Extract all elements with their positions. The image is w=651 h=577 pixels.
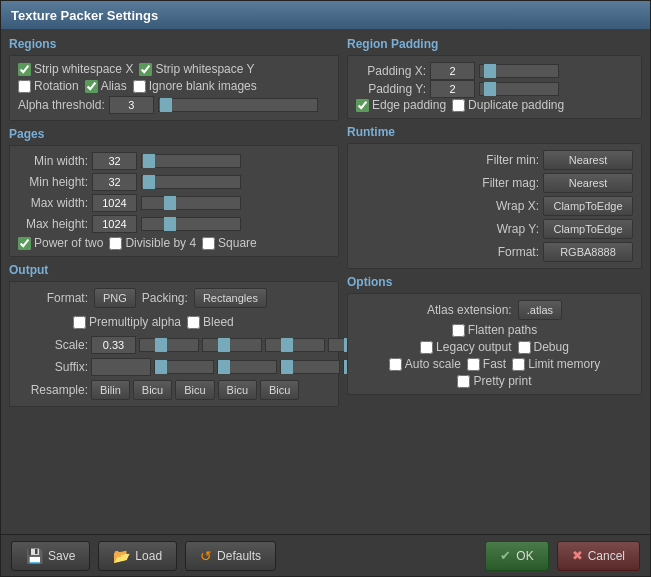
ok-button[interactable]: ✔ OK [485, 541, 548, 571]
pages-title: Pages [9, 127, 339, 141]
suffix-slider1[interactable] [154, 360, 214, 374]
debug-label[interactable]: Debug [518, 340, 569, 354]
legacy-output-checkbox[interactable] [420, 341, 433, 354]
fast-label[interactable]: Fast [467, 357, 506, 371]
output-options-row: Premultiply alpha Bleed [18, 315, 330, 329]
packing-button[interactable]: Rectangles [194, 288, 267, 308]
square-checkbox[interactable] [202, 237, 215, 250]
strip-y-label[interactable]: Strip whitespace Y [139, 62, 254, 76]
cancel-button[interactable]: ✖ Cancel [557, 541, 640, 571]
filter-min-button[interactable]: Nearest [543, 150, 633, 170]
edge-padding-checkbox[interactable] [356, 99, 369, 112]
flatten-paths-checkbox[interactable] [452, 324, 465, 337]
wrap-y-button[interactable]: ClampToEdge [543, 219, 633, 239]
defaults-button[interactable]: ↺ Defaults [185, 541, 276, 571]
ignore-blank-checkbox[interactable] [133, 80, 146, 93]
resample-btn-4[interactable]: Bicu [260, 380, 299, 400]
alias-label[interactable]: Alias [85, 79, 127, 93]
min-width-row: Min width: [18, 152, 330, 170]
scale-row: Scale: [18, 336, 330, 354]
square-label[interactable]: Square [202, 236, 257, 250]
legacy-debug-row: Legacy output Debug [356, 340, 633, 354]
ignore-blank-label[interactable]: Ignore blank images [133, 79, 257, 93]
format-runtime-label: Format: [498, 245, 539, 259]
padding-x-input[interactable] [430, 62, 475, 80]
pretty-print-checkbox[interactable] [457, 375, 470, 388]
alpha-input[interactable] [109, 96, 154, 114]
wrap-x-button[interactable]: ClampToEdge [543, 196, 633, 216]
flatten-paths-label[interactable]: Flatten paths [452, 323, 537, 337]
min-width-input[interactable] [92, 152, 137, 170]
strip-x-checkbox[interactable] [18, 63, 31, 76]
divisible-by-4-checkbox[interactable] [109, 237, 122, 250]
scale-input[interactable] [91, 336, 136, 354]
legacy-output-label[interactable]: Legacy output [420, 340, 511, 354]
rotation-checkbox[interactable] [18, 80, 31, 93]
power-of-two-checkbox[interactable] [18, 237, 31, 250]
min-width-slider[interactable] [141, 154, 241, 168]
auto-scale-checkbox[interactable] [389, 358, 402, 371]
duplicate-padding-label[interactable]: Duplicate padding [452, 98, 564, 112]
padding-x-label: Padding X: [356, 64, 426, 78]
limit-memory-checkbox[interactable] [512, 358, 525, 371]
padding-x-slider[interactable] [479, 64, 559, 78]
auto-scale-label[interactable]: Auto scale [389, 357, 461, 371]
premultiply-label[interactable]: Premultiply alpha [73, 315, 181, 329]
limit-memory-label[interactable]: Limit memory [512, 357, 600, 371]
rotation-label[interactable]: Rotation [18, 79, 79, 93]
resample-row: Resample: Bilin Bicu Bicu Bicu Bicu [18, 380, 330, 400]
padding-y-input[interactable] [430, 80, 475, 98]
min-height-input[interactable] [92, 173, 137, 191]
divisible-by-4-label[interactable]: Divisible by 4 [109, 236, 196, 250]
pages-section: Pages Min width: Min height: Max width: [9, 127, 339, 257]
max-height-input[interactable] [92, 215, 137, 233]
min-height-slider[interactable] [141, 175, 241, 189]
max-width-slider[interactable] [141, 196, 241, 210]
window-title: Texture Packer Settings [11, 8, 158, 23]
regions-content: Strip whitespace X Strip whitespace Y Ro… [9, 55, 339, 121]
alias-checkbox[interactable] [85, 80, 98, 93]
resample-btn-2[interactable]: Bicu [175, 380, 214, 400]
suffix-slider2[interactable] [217, 360, 277, 374]
strip-y-checkbox[interactable] [139, 63, 152, 76]
scale-slider2[interactable] [202, 338, 262, 352]
suffix-input[interactable] [91, 358, 151, 376]
resample-label: Resample: [18, 383, 88, 397]
fast-checkbox[interactable] [467, 358, 480, 371]
format-label: Format: [18, 291, 88, 305]
atlas-ext-button[interactable]: .atlas [518, 300, 562, 320]
save-button[interactable]: 💾 Save [11, 541, 90, 571]
wrap-x-label: Wrap X: [496, 199, 539, 213]
regions-section: Regions Strip whitespace X Strip whitesp… [9, 37, 339, 121]
padding-y-slider[interactable] [479, 82, 559, 96]
bleed-label[interactable]: Bleed [187, 315, 234, 329]
format-runtime-button[interactable]: RGBA8888 [543, 242, 633, 262]
max-height-slider[interactable] [141, 217, 241, 231]
debug-checkbox[interactable] [518, 341, 531, 354]
premultiply-checkbox[interactable] [73, 316, 86, 329]
suffix-slider3[interactable] [280, 360, 340, 374]
atlas-row: Atlas extension: .atlas [356, 300, 633, 320]
alpha-slider[interactable] [158, 98, 318, 112]
max-width-input[interactable] [92, 194, 137, 212]
title-bar: Texture Packer Settings [1, 1, 650, 29]
content-area: Regions Strip whitespace X Strip whitesp… [1, 29, 650, 534]
resample-btn-3[interactable]: Bicu [218, 380, 257, 400]
bleed-checkbox[interactable] [187, 316, 200, 329]
filter-mag-button[interactable]: Nearest [543, 173, 633, 193]
pretty-print-label[interactable]: Pretty print [457, 374, 531, 388]
region-padding-section: Region Padding Padding X: Padding Y: [347, 37, 642, 119]
load-button[interactable]: 📂 Load [98, 541, 177, 571]
format-button[interactable]: PNG [94, 288, 136, 308]
power-of-two-label[interactable]: Power of two [18, 236, 103, 250]
packing-label: Packing: [142, 291, 188, 305]
duplicate-padding-checkbox[interactable] [452, 99, 465, 112]
edge-padding-label[interactable]: Edge padding [356, 98, 446, 112]
regions-title: Regions [9, 37, 339, 51]
resample-btn-0[interactable]: Bilin [91, 380, 130, 400]
scale-label: Scale: [18, 338, 88, 352]
scale-slider3[interactable] [265, 338, 325, 352]
strip-x-label[interactable]: Strip whitespace X [18, 62, 133, 76]
scale-slider1[interactable] [139, 338, 199, 352]
resample-btn-1[interactable]: Bicu [133, 380, 172, 400]
